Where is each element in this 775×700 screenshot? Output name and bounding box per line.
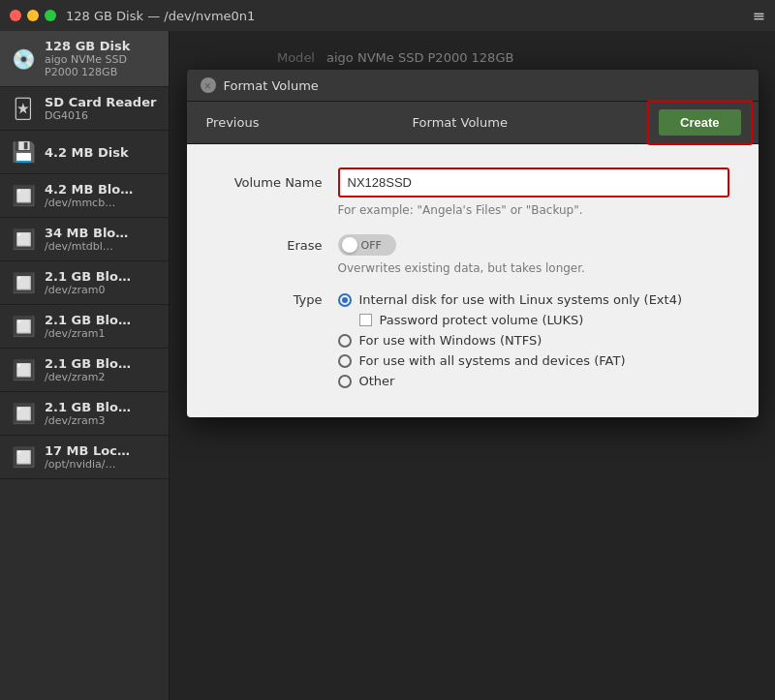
disk-icon-disk42mb: 💾 (10, 138, 37, 166)
radio-btn-ntfs (338, 334, 352, 348)
sidebar-item-title-blk42mb: 4.2 MB Blo… (45, 182, 133, 197)
sidebar-item-sdcard[interactable]: 🃏 SD Card Reader DG4016 (0, 87, 169, 131)
checkbox-label-luks: Password protect volume (LUKS) (380, 313, 584, 327)
sidebar: 💿 128 GB Disk aigo NVMe SSD P2000 128GB … (0, 31, 170, 700)
create-button[interactable]: Create (659, 109, 740, 136)
type-row: Type Internal disk for use with Linux sy… (216, 292, 729, 388)
dialog-titlebar: × Format Volume (187, 70, 759, 102)
disk-icon-blk21gb2: 🔲 (10, 313, 37, 340)
sidebar-item-blk34mb[interactable]: 🔲 34 MB Blo… /dev/mtdbl… (0, 218, 169, 261)
dialog-toolbar: Previous Format Volume Create (187, 102, 759, 144)
checkbox-btn-luks (359, 314, 372, 326)
sidebar-item-sub-sdcard: DG4016 (45, 109, 156, 122)
sidebar-item-sub-blk42mb: /dev/mmcb… (45, 197, 133, 209)
disk-icon-blk21gb1: 🔲 (10, 269, 37, 296)
toolbar-title: Format Volume (278, 115, 641, 130)
toggle-label: OFF (361, 239, 382, 252)
radio-label-other: Other (359, 374, 395, 388)
radio-label-ext4: Internal disk for use with Linux systems… (359, 292, 683, 307)
previous-button[interactable]: Previous (187, 102, 279, 143)
volume-name-input[interactable] (340, 169, 728, 196)
sidebar-item-sub-blk21gb1: /dev/zram0 (45, 284, 131, 296)
sidebar-item-title-blk21gb3: 2.1 GB Blo… (45, 356, 131, 371)
type-option-ext4[interactable]: Internal disk for use with Linux systems… (338, 292, 683, 307)
erase-toggle[interactable]: OFF (338, 234, 396, 256)
disk-icon-blk42mb: 🔲 (10, 182, 37, 209)
disk-icon-blk21gb4: 🔲 (10, 400, 37, 427)
sidebar-item-sub-blk34mb: /dev/mtdbl… (45, 240, 128, 253)
disk-icon-sdcard: 🃏 (10, 95, 37, 122)
sidebar-item-title-disk42mb: 4.2 MB Disk (45, 145, 129, 160)
radio-btn-ext4 (338, 293, 352, 307)
sidebar-item-blk42mb[interactable]: 🔲 4.2 MB Blo… /dev/mmcb… (0, 174, 169, 218)
radio-btn-fat (338, 354, 352, 368)
volume-name-hint: For example: "Angela's Files" or "Backup… (338, 203, 729, 217)
main-container: 💿 128 GB Disk aigo NVMe SSD P2000 128GB … (0, 31, 775, 700)
close-window-btn[interactable] (10, 10, 21, 21)
create-btn-wrapper: Create (647, 100, 752, 145)
radio-btn-other (338, 375, 352, 388)
maximize-window-btn[interactable] (45, 10, 56, 21)
volume-name-input-wrapper (338, 167, 729, 198)
volume-name-label: Volume Name (216, 175, 323, 190)
dialog-body: Volume Name For example: "Angela's Files… (187, 144, 759, 417)
sidebar-item-sub-blk17mb: /opt/nvidia/… (45, 458, 130, 471)
sidebar-item-sub-blk21gb2: /dev/zram1 (45, 327, 131, 340)
sidebar-item-sub-blk21gb4: /dev/zram3 (45, 414, 131, 427)
radio-label-fat: For use with all systems and devices (FA… (359, 353, 626, 368)
type-option-other[interactable]: Other (338, 374, 683, 388)
window-title: 128 GB Disk — /dev/nvme0n1 (66, 9, 255, 23)
disk-icon-nvme: 💿 (10, 46, 37, 73)
dialog-overlay: × Format Volume Previous Format Volume C… (170, 31, 775, 700)
sidebar-item-blk21gb1[interactable]: 🔲 2.1 GB Blo… /dev/zram0 (0, 261, 169, 305)
disk-icon-blk21gb3: 🔲 (10, 356, 37, 383)
volume-name-row: Volume Name (216, 167, 729, 198)
sidebar-item-title-blk34mb: 34 MB Blo… (45, 226, 128, 240)
sidebar-item-blk21gb3[interactable]: 🔲 2.1 GB Blo… /dev/zram2 (0, 349, 169, 392)
sidebar-item-title-blk17mb: 17 MB Loc… (45, 443, 130, 458)
sidebar-item-title-blk21gb4: 2.1 GB Blo… (45, 400, 131, 414)
sidebar-item-sub-nvme: aigo NVMe SSD P2000 128GB (45, 53, 159, 78)
erase-hint: Overwrites existing data, but takes long… (338, 261, 729, 275)
sidebar-item-blk17mb[interactable]: 🔲 17 MB Loc… /opt/nvidia/… (0, 436, 169, 479)
dialog-title: Format Volume (224, 78, 319, 93)
window-controls (10, 10, 56, 21)
type-label: Type (216, 292, 323, 307)
disk-icon-blk17mb: 🔲 (10, 443, 37, 471)
title-bar: 128 GB Disk — /dev/nvme0n1 ≡ (0, 0, 775, 31)
type-option-ntfs[interactable]: For use with Windows (NTFS) (338, 333, 683, 348)
format-volume-dialog: × Format Volume Previous Format Volume C… (187, 70, 759, 417)
type-option-luks[interactable]: Password protect volume (LUKS) (359, 313, 683, 327)
content-area: Model aigo NVMe SSD P2000 128GB Size 128… (170, 31, 775, 700)
type-option-fat[interactable]: For use with all systems and devices (FA… (338, 353, 683, 368)
toggle-knob (342, 237, 357, 253)
minimize-window-btn[interactable] (27, 10, 39, 21)
radio-label-ntfs: For use with Windows (NTFS) (359, 333, 542, 348)
sidebar-item-blk21gb2[interactable]: 🔲 2.1 GB Blo… /dev/zram1 (0, 305, 169, 349)
sidebar-item-title-sdcard: SD Card Reader (45, 95, 156, 109)
hamburger-menu-btn[interactable]: ≡ (753, 7, 765, 25)
type-options: Internal disk for use with Linux systems… (338, 292, 683, 388)
sidebar-item-blk21gb4[interactable]: 🔲 2.1 GB Blo… /dev/zram3 (0, 392, 169, 436)
sidebar-item-title-blk21gb2: 2.1 GB Blo… (45, 313, 131, 327)
disk-icon-blk34mb: 🔲 (10, 226, 37, 253)
sidebar-item-title-blk21gb1: 2.1 GB Blo… (45, 269, 131, 284)
sidebar-item-disk42mb[interactable]: 💾 4.2 MB Disk (0, 131, 169, 174)
erase-row: Erase OFF (216, 234, 729, 256)
sidebar-item-title-nvme: 128 GB Disk (45, 39, 159, 53)
erase-label: Erase (216, 238, 323, 253)
dialog-close-btn[interactable]: × (201, 77, 216, 93)
sidebar-item-sub-blk21gb3: /dev/zram2 (45, 371, 131, 383)
sidebar-item-nvme[interactable]: 💿 128 GB Disk aigo NVMe SSD P2000 128GB (0, 31, 169, 87)
